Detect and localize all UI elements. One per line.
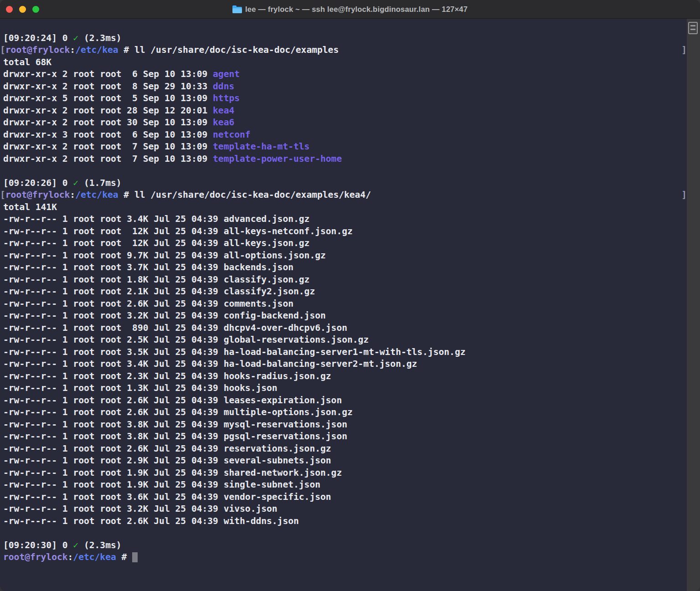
terminal-line: -rw-r--r-- 1 root root 3.6K Jul 25 04:39… bbox=[3, 491, 687, 504]
terminal-line: [09:20:30] 0 ✓ (2.3ms) bbox=[3, 540, 687, 552]
terminal-line: [09:20:24] 0 ✓ (2.3ms) bbox=[3, 32, 687, 45]
terminal-line: -rw-r--r-- 1 root root 890 Jul 25 04:39 … bbox=[3, 322, 687, 334]
terminal-line: drwxr-xr-x 3 root root 6 Sep 10 13:09 ne… bbox=[3, 129, 687, 141]
terminal-line: -rw-r--r-- 1 root root 3.7K Jul 25 04:39… bbox=[3, 262, 687, 274]
terminal-line: drwxr-xr-x 2 root root 28 Sep 12 20:01 k… bbox=[3, 105, 687, 117]
terminal-line bbox=[3, 165, 687, 177]
terminal-line: -rw-r--r-- 1 root root 12K Jul 25 04:39 … bbox=[3, 237, 687, 250]
title-bar[interactable]: lee — frylock ~ — ssh lee@frylock.bigdin… bbox=[0, 0, 700, 19]
terminal-line: -rw-r--r-- 1 root root 2.1K Jul 25 04:39… bbox=[3, 286, 687, 298]
terminal-line: [09:20:26] 0 ✓ (1.7ms) bbox=[3, 177, 687, 190]
terminal-line: -rw-r--r-- 1 root root 9.7K Jul 25 04:39… bbox=[3, 250, 687, 262]
terminal-line: -rw-r--r-- 1 root root 2.3K Jul 25 04:39… bbox=[3, 370, 687, 383]
terminal-line: -rw-r--r-- 1 root root 1.8K Jul 25 04:39… bbox=[3, 274, 687, 286]
terminal-line: -rw-r--r-- 1 root root 3.8K Jul 25 04:39… bbox=[3, 419, 687, 431]
split-pane-icon bbox=[690, 25, 695, 26]
terminal-line: -rw-r--r-- 1 root root 2.6K Jul 25 04:39… bbox=[3, 406, 687, 419]
close-button[interactable] bbox=[6, 6, 13, 13]
terminal-line: -rw-r--r-- 1 root root 3.8K Jul 25 04:39… bbox=[3, 431, 687, 443]
terminal-line: -rw-r--r-- 1 root root 2.5K Jul 25 04:39… bbox=[3, 334, 687, 346]
terminal-line: drwxr-xr-x 2 root root 6 Sep 10 13:09 ag… bbox=[3, 68, 687, 81]
terminal-line: -rw-r--r-- 1 root root 2.6K Jul 25 04:39… bbox=[3, 515, 687, 528]
zoom-button[interactable] bbox=[32, 6, 39, 13]
terminal-line: -rw-r--r-- 1 root root 1.9K Jul 25 04:39… bbox=[3, 479, 687, 491]
terminal-line: drwxr-xr-x 2 root root 8 Sep 29 10:33 dd… bbox=[3, 81, 687, 93]
terminal-line: [root@frylock:/etc/kea # ll /usr/share/d… bbox=[3, 44, 687, 57]
terminal-line: total 68K bbox=[3, 57, 687, 69]
split-pane-button[interactable] bbox=[688, 22, 698, 34]
terminal-line: -rw-r--r-- 1 root root 3.4K Jul 25 04:39… bbox=[3, 213, 687, 226]
terminal-line: drwxr-xr-x 2 root root 30 Sep 10 13:09 k… bbox=[3, 117, 687, 129]
traffic-lights bbox=[6, 0, 39, 18]
terminal-output[interactable]: [09:20:24] 0 ✓ (2.3ms)[root@frylock:/etc… bbox=[0, 19, 687, 591]
terminal-line: -rw-r--r-- 1 root root 2.6K Jul 25 04:39… bbox=[3, 443, 687, 455]
folder-icon[interactable] bbox=[232, 5, 242, 13]
terminal-line: [root@frylock:/etc/kea # ll /usr/share/d… bbox=[3, 189, 687, 201]
window-title: lee — frylock ~ — ssh lee@frylock.bigdin… bbox=[245, 5, 468, 14]
terminal-line: -rw-r--r-- 1 root root 1.3K Jul 25 04:39… bbox=[3, 382, 687, 395]
terminal-line: -rw-r--r-- 1 root root 12K Jul 25 04:39 … bbox=[3, 226, 687, 238]
terminal-window: lee — frylock ~ — ssh lee@frylock.bigdin… bbox=[0, 0, 700, 591]
minimize-button[interactable] bbox=[19, 6, 26, 13]
terminal-line bbox=[3, 20, 687, 32]
terminal-line: -rw-r--r-- 1 root root 3.5K Jul 25 04:39… bbox=[3, 346, 687, 359]
terminal-cursor bbox=[132, 552, 138, 562]
terminal-line: -rw-r--r-- 1 root root 3.2K Jul 25 04:39… bbox=[3, 310, 687, 322]
terminal-line: drwxr-xr-x 2 root root 7 Sep 10 13:09 te… bbox=[3, 141, 687, 153]
terminal-line: -rw-r--r-- 1 root root 3.4K Jul 25 04:39… bbox=[3, 358, 687, 370]
terminal-line: -rw-r--r-- 1 root root 2.9K Jul 25 04:39… bbox=[3, 455, 687, 467]
terminal-line bbox=[3, 527, 687, 540]
terminal-line: total 141K bbox=[3, 201, 687, 214]
terminal-line: root@frylock:/etc/kea # bbox=[3, 551, 687, 564]
terminal-line: drwxr-xr-x 2 root root 7 Sep 10 13:09 te… bbox=[3, 153, 687, 165]
terminal-line: -rw-r--r-- 1 root root 3.2K Jul 25 04:39… bbox=[3, 503, 687, 515]
terminal-line: drwxr-xr-x 5 root root 5 Sep 10 13:09 ht… bbox=[3, 93, 687, 105]
terminal-line: -rw-r--r-- 1 root root 2.6K Jul 25 04:39… bbox=[3, 298, 687, 310]
title-group: lee — frylock ~ — ssh lee@frylock.bigdin… bbox=[232, 5, 468, 14]
terminal-line: -rw-r--r-- 1 root root 1.9K Jul 25 04:39… bbox=[3, 467, 687, 479]
terminal-line: -rw-r--r-- 1 root root 2.6K Jul 25 04:39… bbox=[3, 395, 687, 407]
scrollbar-track[interactable] bbox=[686, 19, 700, 591]
